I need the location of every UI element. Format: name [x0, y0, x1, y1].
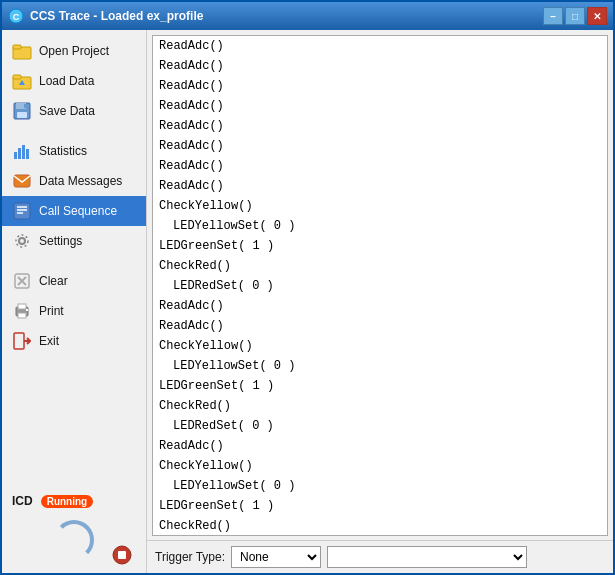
- trigger-type-select[interactable]: None Rising Edge Falling Edge Both Edges: [231, 546, 321, 568]
- list-item: CheckRed(): [153, 256, 607, 276]
- list-item: ReadAdc(): [153, 116, 607, 136]
- svg-rect-10: [24, 104, 26, 108]
- list-item: CheckYellow(): [153, 336, 607, 356]
- list-item: CheckYellow(): [153, 456, 607, 476]
- divider-2: [2, 256, 146, 266]
- divider-1: [2, 126, 146, 136]
- list-item: ReadAdc(): [153, 296, 607, 316]
- svg-point-20: [19, 238, 25, 244]
- trigger-type-label: Trigger Type:: [155, 550, 225, 564]
- clear-label: Clear: [39, 274, 68, 288]
- save-icon: [12, 101, 32, 121]
- main-window: C CCS Trace - Loaded ex_profile – □ ✕ Op…: [0, 0, 615, 575]
- sidebar-item-exit[interactable]: Exit: [2, 326, 146, 356]
- main-content: Open Project Load Data: [2, 30, 613, 573]
- sidebar-item-statistics[interactable]: Statistics: [2, 136, 146, 166]
- sidebar-item-settings[interactable]: Settings: [2, 226, 146, 256]
- print-icon: [12, 301, 32, 321]
- list-item: CheckRed(): [153, 516, 607, 536]
- list-item: LEDYellowSet( 0 ): [153, 356, 607, 376]
- icd-label: ICD: [12, 494, 33, 508]
- svg-rect-12: [18, 148, 21, 159]
- load-data-label: Load Data: [39, 74, 94, 88]
- call-sequence-label: Call Sequence: [39, 204, 117, 218]
- stats-icon: [12, 141, 32, 161]
- svg-rect-16: [14, 203, 30, 219]
- folder-open-icon: [12, 41, 32, 61]
- list-item: ReadAdc(): [153, 176, 607, 196]
- list-item: ReadAdc(): [153, 156, 607, 176]
- maximize-button[interactable]: □: [565, 7, 585, 25]
- call-icon: [12, 201, 32, 221]
- list-item: ReadAdc(): [153, 76, 607, 96]
- svg-rect-14: [26, 149, 29, 159]
- trigger-value-select[interactable]: [327, 546, 527, 568]
- close-button[interactable]: ✕: [587, 7, 607, 25]
- sidebar-item-print[interactable]: Print: [2, 296, 146, 326]
- svg-rect-15: [14, 175, 30, 187]
- icd-status-badge: Running: [41, 495, 94, 508]
- print-label: Print: [39, 304, 64, 318]
- svg-rect-26: [18, 304, 26, 309]
- svg-point-21: [16, 235, 28, 247]
- list-item: CheckYellow(): [153, 196, 607, 216]
- minimize-button[interactable]: –: [543, 7, 563, 25]
- list-item: LEDGreenSet( 1 ): [153, 376, 607, 396]
- loading-spinner: [54, 520, 94, 560]
- messages-icon: [12, 171, 32, 191]
- svg-rect-5: [13, 75, 21, 79]
- list-item: ReadAdc(): [153, 56, 607, 76]
- load-icon: [12, 71, 32, 91]
- svg-rect-27: [18, 313, 26, 318]
- bottom-bar: Trigger Type: None Rising Edge Falling E…: [147, 540, 613, 573]
- sidebar-item-clear[interactable]: Clear: [2, 266, 146, 296]
- svg-rect-32: [118, 551, 126, 559]
- settings-label: Settings: [39, 234, 82, 248]
- call-sequence-list[interactable]: ReadAdc()ReadAdc()ReadAdc()ReadAdc()Read…: [152, 35, 608, 536]
- svg-rect-28: [26, 309, 28, 311]
- list-item: ReadAdc(): [153, 36, 607, 56]
- statistics-label: Statistics: [39, 144, 87, 158]
- right-panel: ReadAdc()ReadAdc()ReadAdc()ReadAdc()Read…: [147, 30, 613, 573]
- svg-rect-9: [17, 112, 27, 118]
- list-item: CheckRed(): [153, 396, 607, 416]
- sidebar-item-load-data[interactable]: Load Data: [2, 66, 146, 96]
- list-item: LEDGreenSet( 1 ): [153, 496, 607, 516]
- settings-icon: [12, 231, 32, 251]
- svg-rect-13: [22, 145, 25, 159]
- icd-bar: ICD Running: [2, 490, 146, 512]
- sidebar-item-save-data[interactable]: Save Data: [2, 96, 146, 126]
- svg-rect-3: [13, 45, 21, 49]
- list-item: LEDRedSet( 0 ): [153, 276, 607, 296]
- sidebar-item-data-messages[interactable]: Data Messages: [2, 166, 146, 196]
- list-item: LEDGreenSet( 1 ): [153, 236, 607, 256]
- list-item: ReadAdc(): [153, 96, 607, 116]
- clear-icon: [12, 271, 32, 291]
- list-item: LEDYellowSet( 0 ): [153, 476, 607, 496]
- spinner-container: [2, 512, 146, 567]
- stop-button[interactable]: [112, 545, 132, 565]
- svg-rect-29: [14, 333, 24, 349]
- sidebar-item-call-sequence[interactable]: Call Sequence: [2, 196, 146, 226]
- list-item: LEDRedSet( 0 ): [153, 416, 607, 436]
- sidebar: Open Project Load Data: [2, 30, 147, 573]
- open-project-label: Open Project: [39, 44, 109, 58]
- svg-rect-11: [14, 152, 17, 159]
- app-icon: C: [8, 8, 24, 24]
- list-item: ReadAdc(): [153, 316, 607, 336]
- list-item: ReadAdc(): [153, 136, 607, 156]
- window-controls: – □ ✕: [543, 7, 607, 25]
- svg-text:C: C: [13, 12, 20, 22]
- data-messages-label: Data Messages: [39, 174, 122, 188]
- window-title: CCS Trace - Loaded ex_profile: [30, 9, 543, 23]
- exit-icon: [12, 331, 32, 351]
- save-data-label: Save Data: [39, 104, 95, 118]
- list-item: ReadAdc(): [153, 436, 607, 456]
- sidebar-item-open-project[interactable]: Open Project: [2, 36, 146, 66]
- title-bar: C CCS Trace - Loaded ex_profile – □ ✕: [2, 2, 613, 30]
- list-item: LEDYellowSet( 0 ): [153, 216, 607, 236]
- exit-label: Exit: [39, 334, 59, 348]
